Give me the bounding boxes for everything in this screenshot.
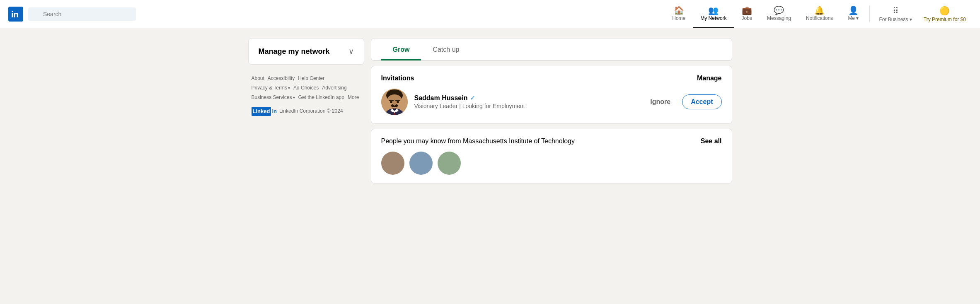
me-icon: 👤 bbox=[848, 6, 859, 14]
nav-me-label: Me ▾ bbox=[848, 15, 859, 21]
verified-icon: ✓ bbox=[470, 94, 475, 102]
nav-jobs[interactable]: 💼 Jobs bbox=[734, 0, 760, 28]
for-business-icon: ⠿ bbox=[893, 6, 899, 16]
nav-my-network[interactable]: 👥 My Network bbox=[693, 0, 734, 28]
svg-rect-8 bbox=[389, 100, 394, 101]
business-services-arrow-icon: ▾ bbox=[293, 94, 295, 101]
nav-my-network-label: My Network bbox=[700, 15, 726, 21]
nav-messaging-label: Messaging bbox=[767, 15, 791, 21]
pymk-avatar-3[interactable] bbox=[438, 152, 461, 175]
pymk-avatar-2[interactable] bbox=[409, 152, 433, 175]
sidebar: Manage my network ∨ About Accessibility … bbox=[248, 38, 364, 123]
search-input[interactable] bbox=[28, 7, 136, 21]
tabs-card: Grow Catch up bbox=[371, 38, 732, 61]
pymk-avatars bbox=[381, 152, 722, 175]
invitations-card: Invitations Manage bbox=[371, 66, 732, 124]
ignore-button[interactable]: Ignore bbox=[645, 95, 675, 109]
nav-notifications[interactable]: 🔔 Notifications bbox=[799, 0, 840, 28]
linkedin-logo[interactable]: in bbox=[8, 7, 23, 22]
footer-link-accessibility[interactable]: Accessibility bbox=[268, 75, 295, 82]
footer-link-about[interactable]: About bbox=[252, 75, 264, 82]
footer-link-privacy-terms[interactable]: Privacy & Terms ▾ bbox=[252, 84, 290, 92]
invitation-item: Saddam Hussein ✓ Visionary Leader | Look… bbox=[381, 89, 722, 115]
manage-network-card[interactable]: Manage my network ∨ bbox=[248, 38, 364, 65]
tab-catch-up[interactable]: Catch up bbox=[421, 39, 471, 60]
footer-link-business-services[interactable]: Business Services ▾ bbox=[252, 94, 295, 101]
footer-link-help-center[interactable]: Help Center bbox=[298, 75, 324, 82]
person-name: Saddam Hussein ✓ bbox=[414, 94, 639, 102]
page-content: Manage my network ∨ About Accessibility … bbox=[242, 28, 739, 193]
svg-point-7 bbox=[397, 101, 399, 103]
footer-link-advertising[interactable]: Advertising bbox=[322, 84, 346, 92]
notifications-icon: 🔔 bbox=[814, 6, 825, 14]
search-wrap: 🔍 bbox=[28, 7, 136, 21]
pymk-avatar-1[interactable] bbox=[381, 152, 404, 175]
footer-linkedin-logo: Linkedin bbox=[252, 107, 277, 116]
messaging-icon: 💬 bbox=[774, 6, 784, 14]
invitations-header: Invitations Manage bbox=[381, 75, 722, 82]
for-business-label: For Business ▾ bbox=[879, 17, 912, 22]
avatar bbox=[381, 89, 408, 115]
pymk-title: People you may know from Massachusetts I… bbox=[381, 138, 575, 145]
for-business-button[interactable]: ⠿ For Business ▾ bbox=[873, 0, 917, 28]
manage-network-title: Manage my network bbox=[259, 47, 330, 56]
chevron-down-icon: ∨ bbox=[348, 47, 354, 56]
person-name-text: Saddam Hussein bbox=[414, 94, 468, 102]
invitation-actions: Ignore Accept bbox=[645, 94, 721, 109]
invitation-info: Saddam Hussein ✓ Visionary Leader | Look… bbox=[414, 94, 639, 109]
avatar-svg bbox=[381, 89, 408, 115]
see-all-link[interactable]: See all bbox=[701, 138, 722, 145]
tabs-row: Grow Catch up bbox=[371, 39, 732, 60]
nav-divider bbox=[869, 6, 870, 22]
tab-grow[interactable]: Grow bbox=[381, 39, 421, 60]
privacy-terms-arrow-icon: ▾ bbox=[288, 85, 290, 92]
svg-point-6 bbox=[390, 101, 392, 103]
try-premium-button[interactable]: 🟡 Try Premium for $0 bbox=[918, 0, 972, 28]
pymk-card: People you may know from Massachusetts I… bbox=[371, 129, 732, 183]
footer-link-more[interactable]: More bbox=[348, 94, 359, 101]
nav-notifications-label: Notifications bbox=[806, 15, 833, 21]
footer-link-ad-choices[interactable]: Ad Choices bbox=[293, 84, 319, 92]
nav-jobs-label: Jobs bbox=[742, 15, 752, 21]
my-network-icon: 👥 bbox=[708, 6, 719, 14]
header: in 🔍 🏠 Home 👥 My Network 💼 Jobs 💬 Messag… bbox=[0, 0, 980, 28]
nav-home-label: Home bbox=[672, 15, 685, 21]
footer-copyright-text: LinkedIn Corporation © 2024 bbox=[279, 107, 343, 115]
main-nav: 🏠 Home 👥 My Network 💼 Jobs 💬 Messaging 🔔… bbox=[665, 0, 972, 28]
svg-point-11 bbox=[393, 102, 396, 106]
accept-button[interactable]: Accept bbox=[682, 94, 721, 109]
jobs-icon: 💼 bbox=[742, 6, 752, 14]
footer-copyright-line: Linkedin LinkedIn Corporation © 2024 bbox=[252, 107, 361, 116]
svg-point-5 bbox=[388, 94, 401, 103]
nav-home[interactable]: 🏠 Home bbox=[665, 0, 693, 28]
footer-links: About Accessibility Help Center Privacy … bbox=[248, 68, 364, 123]
svg-text:in: in bbox=[11, 10, 19, 19]
footer-link-get-app[interactable]: Get the LinkedIn app bbox=[298, 94, 344, 101]
person-headline: Visionary Leader | Looking for Employmen… bbox=[414, 103, 639, 109]
try-premium-label: Try Premium for $0 bbox=[924, 17, 966, 22]
home-icon: 🏠 bbox=[674, 6, 684, 14]
premium-icon: 🟡 bbox=[939, 6, 950, 16]
pymk-header: People you may know from Massachusetts I… bbox=[381, 138, 722, 145]
main-content: Grow Catch up Invitations Manage bbox=[371, 38, 732, 183]
manage-link[interactable]: Manage bbox=[697, 75, 722, 82]
nav-messaging[interactable]: 💬 Messaging bbox=[760, 0, 799, 28]
svg-rect-9 bbox=[395, 100, 400, 101]
invitations-title: Invitations bbox=[381, 75, 414, 82]
nav-me[interactable]: 👤 Me ▾ bbox=[840, 0, 866, 28]
